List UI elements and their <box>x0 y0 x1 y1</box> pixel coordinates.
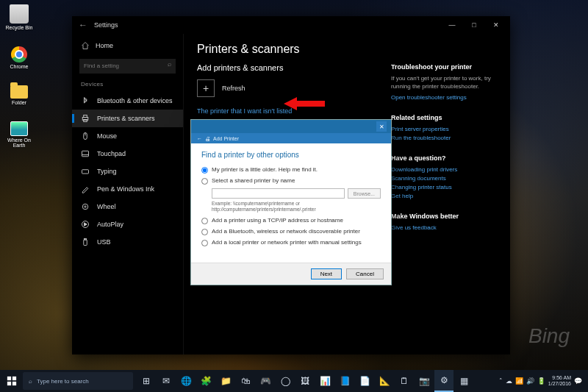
taskbar: ⌕ Type here to search ⊞ ✉ 🌐 🧩 📁 🛍 🎮 ◯ 🖼 … <box>0 370 588 392</box>
option-bluetooth[interactable]: Add a Bluetooth, wireless or network dis… <box>201 228 381 235</box>
option-tcpip[interactable]: Add a printer using a TCP/IP address or … <box>201 217 381 224</box>
browse-button[interactable]: Browse... <box>348 188 381 199</box>
cancel-button[interactable]: Cancel <box>346 268 384 279</box>
taskbar-app[interactable]: 📘 <box>335 370 354 392</box>
tray-chevron-icon[interactable]: ˄ <box>499 377 503 385</box>
printer-not-listed-link[interactable]: The printer that I want isn't listed <box>197 107 378 115</box>
sidebar-item-wheel[interactable]: Wheel <box>72 198 183 215</box>
start-button[interactable] <box>1 370 22 392</box>
refresh-row[interactable]: + Refresh <box>197 79 378 97</box>
desktop-icon-recycle-bin[interactable]: Recycle Bin <box>4 4 34 30</box>
dialog-close-button[interactable]: ✕ <box>376 121 387 132</box>
sidebar-item-usb[interactable]: USB <box>72 233 183 251</box>
question-link-3[interactable]: Get help <box>391 193 497 199</box>
option-local[interactable]: Add a local printer or network printer w… <box>201 239 381 246</box>
svg-rect-7 <box>82 169 89 173</box>
svg-rect-16 <box>7 382 11 385</box>
shared-printer-path-input[interactable] <box>212 188 345 199</box>
task-view-icon[interactable]: ⊞ <box>137 370 156 392</box>
svg-rect-5 <box>82 151 89 157</box>
svg-rect-12 <box>85 238 87 240</box>
titlebar[interactable]: ← Settings — □ ✕ <box>72 16 510 34</box>
action-center-icon[interactable]: 💬 <box>574 377 582 385</box>
related-link-1[interactable]: Run the troubleshooter <box>391 135 497 141</box>
related-link-0[interactable]: Print server properties <box>391 126 497 132</box>
taskbar-app[interactable]: 🧩 <box>196 370 215 392</box>
option-older-printer[interactable]: My printer is a little older. Help me fi… <box>201 166 381 174</box>
taskbar-clock[interactable]: 9:56 AM 1/27/2016 <box>548 375 571 386</box>
taskbar-app[interactable]: 🗒 <box>395 370 414 392</box>
option-shared-printer[interactable]: Select a shared printer by name <box>201 177 381 185</box>
better-heading: Make Windows better <box>391 213 497 220</box>
svg-point-9 <box>85 205 86 207</box>
tray-battery-icon[interactable]: 🔋 <box>537 377 545 385</box>
desktop-icon-photo[interactable]: Where On Earth <box>4 121 34 148</box>
next-button[interactable]: Next <box>311 268 342 279</box>
taskbar-app[interactable]: 🌐 <box>176 370 196 392</box>
desktop-icon-folder[interactable]: Folder <box>4 85 34 105</box>
taskbar-app[interactable]: 📁 <box>216 370 235 392</box>
tray-network-icon[interactable]: 📶 <box>515 377 523 385</box>
usb-icon <box>81 238 90 246</box>
settings-search-input[interactable] <box>79 59 176 74</box>
taskbar-settings-icon[interactable]: ⚙ <box>434 370 453 392</box>
taskbar-app[interactable]: 📐 <box>375 370 394 392</box>
plus-icon: + <box>197 79 215 97</box>
taskbar-app[interactable]: 📄 <box>355 370 374 392</box>
desktop-icon-chrome[interactable]: Chrome <box>4 46 34 69</box>
photo-icon <box>10 121 28 136</box>
related-heading: Related settings <box>391 114 497 121</box>
radio-local[interactable] <box>201 240 208 246</box>
home-icon <box>81 41 90 50</box>
taskbar-app[interactable]: 🛍 <box>236 370 255 392</box>
taskbar-app[interactable]: ✉ <box>157 370 176 392</box>
taskbar-app[interactable]: 📷 <box>415 370 434 392</box>
sidebar-item-printers[interactable]: Printers & scanners <box>72 110 183 127</box>
radio-older-printer[interactable] <box>201 167 208 174</box>
back-button[interactable]: ← <box>75 20 91 30</box>
dialog-breadcrumb: ← 🖨 Add Printer <box>191 133 391 143</box>
tray-volume-icon[interactable]: 🔊 <box>526 377 534 385</box>
better-link-0[interactable]: Give us feedback <box>391 224 497 231</box>
taskbar-app[interactable]: ▦ <box>454 370 473 392</box>
taskbar-search[interactable]: ⌕ Type here to search <box>23 372 133 390</box>
troubleshoot-body: If you can't get your printer to work, t… <box>391 75 497 91</box>
dialog-titlebar[interactable]: ✕ <box>191 120 391 133</box>
maximize-button[interactable]: □ <box>463 16 485 34</box>
sidebar-item-pen[interactable]: Pen & Windows Ink <box>72 180 183 198</box>
taskbar-search-placeholder: Type here to search <box>37 378 89 385</box>
sidebar-item-touchpad[interactable]: Touchpad <box>72 145 183 163</box>
autoplay-icon <box>81 220 90 229</box>
system-tray[interactable]: ˄ ☁ 📶 🔊 🔋 9:56 AM 1/27/2016 💬 <box>495 375 587 386</box>
taskbar-app[interactable]: 📊 <box>315 370 334 392</box>
question-link-0[interactable]: Downloading print drivers <box>391 166 497 173</box>
radio-bluetooth[interactable] <box>201 229 208 235</box>
radio-shared-printer[interactable] <box>201 178 208 185</box>
close-button[interactable]: ✕ <box>485 16 507 34</box>
minimize-button[interactable]: — <box>441 16 463 34</box>
sidebar-item-bluetooth[interactable]: Bluetooth & other devices <box>72 92 183 110</box>
sidebar-item-typing[interactable]: Typing <box>72 163 183 180</box>
taskbar-pinned-apps: ⊞ ✉ 🌐 🧩 📁 🛍 🎮 ◯ 🖼 📊 📘 📄 📐 🗒 📷 ⚙ ▦ <box>137 370 494 392</box>
sidebar-item-autoplay[interactable]: AutoPlay <box>72 215 183 233</box>
window-title: Settings <box>94 21 118 29</box>
dialog-back-icon[interactable]: ← <box>197 136 202 141</box>
sidebar-item-mouse[interactable]: Mouse <box>72 127 183 145</box>
printer-small-icon: 🖨 <box>205 136 210 141</box>
taskbar-app[interactable]: 🎮 <box>256 370 275 392</box>
question-link-1[interactable]: Scanning documents <box>391 175 497 182</box>
question-link-2[interactable]: Changing printer status <box>391 184 497 190</box>
keyboard-icon <box>81 167 90 176</box>
taskbar-app[interactable]: 🖼 <box>295 370 315 392</box>
svg-rect-1 <box>84 115 87 117</box>
windows-icon <box>7 376 17 386</box>
taskbar-cortana-icon[interactable]: ◯ <box>276 370 295 392</box>
svg-rect-14 <box>7 377 11 380</box>
pen-icon <box>81 185 90 193</box>
radio-tcpip[interactable] <box>201 218 208 224</box>
sidebar-home[interactable]: Home <box>72 37 183 54</box>
troubleshoot-link[interactable]: Open troubleshooter settings <box>391 94 497 101</box>
troubleshoot-heading: Troubleshoot your printer <box>391 63 497 71</box>
sidebar-category: Devices <box>72 79 183 92</box>
tray-onedrive-icon[interactable]: ☁ <box>506 377 512 385</box>
